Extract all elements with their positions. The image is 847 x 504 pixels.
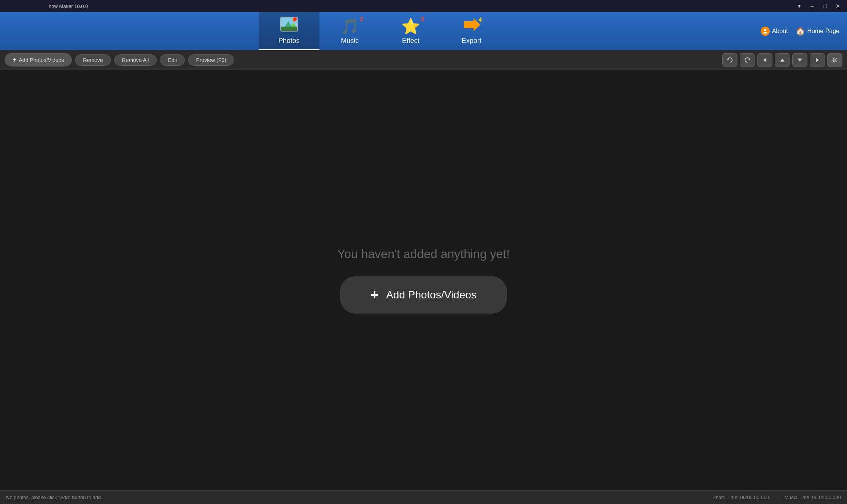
- top-nav: Photos 🎵 2 Music ⭐ 3 Effect: [0, 12, 847, 50]
- effect-icon: ⭐ 3: [401, 17, 420, 35]
- add-photos-button[interactable]: + Add Photos/Videos: [5, 53, 72, 67]
- svg-marker-11: [763, 58, 766, 62]
- photos-icon: [280, 17, 298, 35]
- tab-export[interactable]: 4 Export: [441, 12, 502, 50]
- add-plus-icon: +: [13, 56, 17, 64]
- preview-button[interactable]: Preview (F9): [188, 54, 234, 66]
- app-title: how Maker 10.0.0: [3, 3, 88, 9]
- dropdown-btn[interactable]: ▾: [793, 1, 805, 11]
- tab-music[interactable]: 🎵 2 Music: [319, 12, 380, 50]
- svg-marker-14: [816, 58, 819, 62]
- add-big-label: Add Photos/Videos: [386, 289, 477, 301]
- undo-button[interactable]: [722, 53, 737, 67]
- export-icon: 4: [462, 17, 481, 35]
- photo-time: Photo Time: 00:00:00.000: [712, 494, 769, 500]
- photo-time-value: 00:00:00.000: [740, 494, 769, 500]
- tab-effect-label: Effect: [402, 37, 420, 45]
- status-bar: No photos, please click "Add" button to …: [0, 490, 847, 504]
- remove-all-button[interactable]: Remove All: [114, 54, 157, 66]
- svg-point-6: [294, 17, 297, 21]
- tab-export-label: Export: [462, 37, 482, 45]
- home-icon: 🏠: [796, 27, 805, 36]
- add-photos-label: Add Photos/Videos: [19, 57, 64, 63]
- tab-photos[interactable]: Photos: [259, 12, 319, 50]
- toolbar: + Add Photos/Videos Remove Remove All Ed…: [0, 50, 847, 70]
- export-number: 4: [478, 17, 482, 24]
- about-button[interactable]: About: [761, 27, 788, 36]
- svg-marker-7: [464, 18, 480, 31]
- remove-button[interactable]: Remove: [75, 54, 111, 66]
- music-icon: 🎵 2: [340, 17, 359, 35]
- move-down-button[interactable]: [792, 53, 807, 67]
- music-time-value: 00:00:00.000: [812, 494, 841, 500]
- minimize-button[interactable]: –: [806, 1, 818, 11]
- svg-point-8: [764, 29, 766, 31]
- move-left-button[interactable]: [757, 53, 772, 67]
- edit-button[interactable]: Edit: [160, 54, 185, 66]
- toolbar-right: [722, 53, 842, 67]
- title-bar: how Maker 10.0.0 ▾ – □ ✕: [0, 0, 847, 12]
- maximize-button[interactable]: □: [819, 1, 831, 11]
- window-controls: ▾ – □ ✕: [793, 1, 844, 11]
- move-up-button[interactable]: [775, 53, 790, 67]
- photo-time-label: Photo Time:: [712, 494, 739, 500]
- redo-button[interactable]: [740, 53, 755, 67]
- add-photos-big-button[interactable]: + Add Photos/Videos: [340, 276, 507, 314]
- about-label: About: [772, 28, 788, 35]
- svg-marker-13: [798, 59, 802, 62]
- music-number: 2: [360, 16, 363, 23]
- svg-point-15: [834, 59, 836, 61]
- nav-tabs: Photos 🎵 2 Music ⭐ 3 Effect: [0, 12, 761, 50]
- move-right-button[interactable]: [810, 53, 825, 67]
- status-message: No photos, please click "Add" button to …: [6, 494, 105, 500]
- main-content: You haven't added anything yet! + Add Ph…: [0, 70, 847, 490]
- status-right: Photo Time: 00:00:00.000 Music Time: 00:…: [712, 494, 841, 500]
- about-icon: [761, 27, 770, 36]
- add-big-plus-icon: +: [370, 287, 378, 303]
- tab-effect[interactable]: ⭐ 3 Effect: [380, 12, 441, 50]
- svg-rect-4: [281, 27, 297, 31]
- homepage-button[interactable]: 🏠 Home Page: [796, 27, 840, 36]
- music-time-label: Music Time:: [784, 494, 812, 500]
- close-button[interactable]: ✕: [832, 1, 844, 11]
- homepage-label: Home Page: [807, 28, 840, 35]
- tab-music-label: Music: [341, 37, 359, 45]
- svg-marker-12: [780, 59, 785, 62]
- music-time: Music Time: 00:00:00.000: [784, 494, 841, 500]
- tab-photos-label: Photos: [278, 37, 300, 45]
- effect-number: 3: [421, 16, 424, 23]
- empty-message: You haven't added anything yet!: [337, 247, 510, 261]
- settings-button[interactable]: [827, 53, 842, 67]
- nav-right: About 🏠 Home Page: [761, 12, 847, 50]
